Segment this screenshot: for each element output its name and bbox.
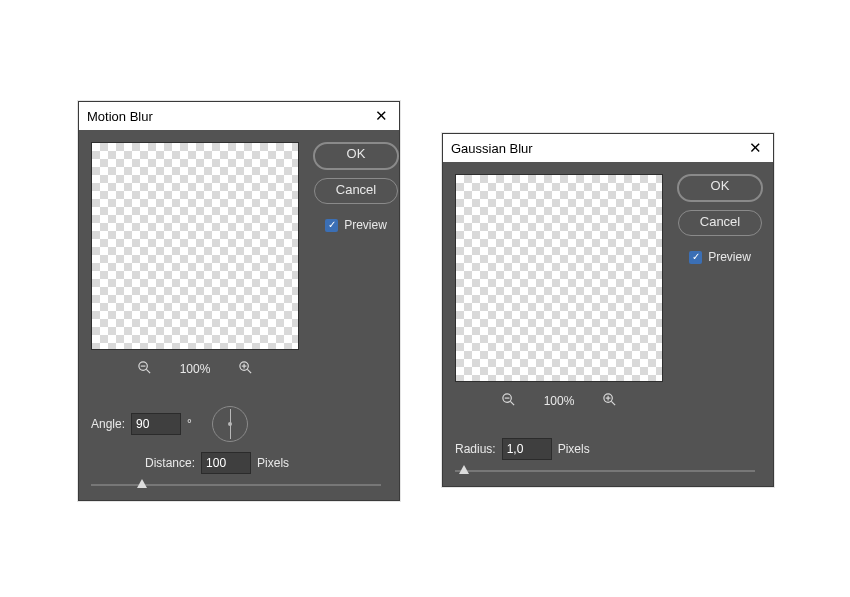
titlebar[interactable]: Gaussian Blur ✕	[443, 134, 773, 162]
close-icon[interactable]: ✕	[745, 139, 765, 157]
svg-line-11	[612, 401, 616, 405]
radius-input[interactable]: 1,0	[502, 438, 552, 460]
zoom-out-icon[interactable]	[137, 360, 152, 378]
zoom-level: 100%	[180, 362, 211, 376]
angle-dial[interactable]	[212, 406, 248, 442]
angle-input[interactable]: 90	[131, 413, 181, 435]
zoom-level: 100%	[544, 394, 575, 408]
radius-unit: Pixels	[558, 442, 590, 456]
preview-toggle[interactable]: ✓ Preview	[689, 250, 751, 264]
distance-input[interactable]: 100	[201, 452, 251, 474]
distance-row: Distance: 100 Pixels	[91, 452, 387, 474]
distance-label: Distance:	[145, 456, 195, 470]
zoom-out-icon[interactable]	[501, 392, 516, 410]
close-icon[interactable]: ✕	[371, 107, 391, 125]
cancel-button[interactable]: Cancel	[314, 178, 398, 204]
preview-checkbox[interactable]: ✓	[689, 251, 702, 264]
ok-button[interactable]: OK	[313, 142, 399, 170]
zoom-bar: 100%	[455, 390, 663, 412]
angle-label: Angle:	[91, 417, 125, 431]
checker-pattern	[92, 143, 298, 349]
radius-row: Radius: 1,0 Pixels	[455, 438, 761, 460]
dialog-title: Gaussian Blur	[451, 141, 745, 156]
titlebar[interactable]: Motion Blur ✕	[79, 102, 399, 130]
zoom-bar: 100%	[91, 358, 299, 380]
distance-slider[interactable]	[91, 484, 381, 486]
checker-pattern	[456, 175, 662, 381]
dialog-title: Motion Blur	[87, 109, 371, 124]
preview-checkbox[interactable]: ✓	[325, 219, 338, 232]
distance-unit: Pixels	[257, 456, 289, 470]
svg-line-4	[248, 369, 252, 373]
gaussian-blur-dialog: Gaussian Blur ✕ 100% OK Cancel ✓ Prev	[442, 133, 774, 487]
preview-canvas[interactable]	[91, 142, 299, 350]
preview-toggle[interactable]: ✓ Preview	[325, 218, 387, 232]
zoom-in-icon[interactable]	[238, 360, 253, 378]
zoom-in-icon[interactable]	[602, 392, 617, 410]
motion-blur-dialog: Motion Blur ✕ 100% OK Cancel ✓ Previe	[78, 101, 400, 501]
preview-label: Preview	[344, 218, 387, 232]
svg-line-1	[146, 369, 150, 373]
svg-line-8	[510, 401, 514, 405]
preview-label: Preview	[708, 250, 751, 264]
ok-button[interactable]: OK	[677, 174, 763, 202]
radius-slider[interactable]	[455, 470, 755, 472]
angle-center-dot	[228, 422, 232, 426]
preview-canvas[interactable]	[455, 174, 663, 382]
angle-unit: °	[187, 417, 192, 431]
distance-slider-thumb[interactable]	[137, 479, 147, 488]
cancel-button[interactable]: Cancel	[678, 210, 762, 236]
radius-slider-thumb[interactable]	[459, 465, 469, 474]
angle-row: Angle: 90 °	[91, 406, 387, 442]
radius-label: Radius:	[455, 442, 496, 456]
